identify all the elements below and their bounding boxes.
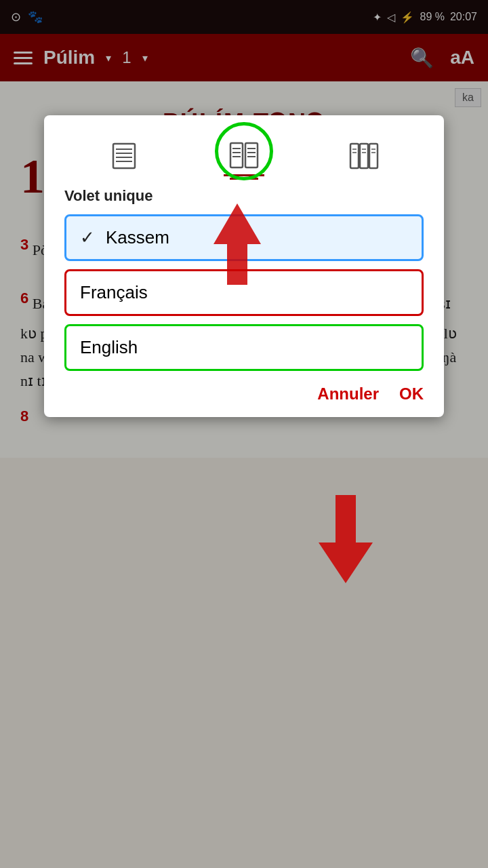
svg-rect-5 [230, 143, 243, 167]
svg-rect-9 [245, 143, 258, 167]
checkmark-icon: ✓ [80, 227, 95, 248]
view-modes-row [64, 136, 424, 176]
svg-rect-19 [369, 144, 378, 168]
view-split-pane[interactable] [224, 136, 264, 176]
svg-rect-0 [113, 144, 135, 168]
language-francais-label: Français [80, 282, 148, 303]
language-english-label: English [80, 337, 138, 358]
svg-rect-13 [350, 144, 359, 168]
language-option-kassem[interactable]: ✓ Kassem [64, 214, 424, 261]
view-parallel[interactable] [344, 136, 384, 176]
dialog-buttons: Annuler OK [64, 384, 424, 403]
language-kassem-label: Kassem [106, 227, 169, 248]
language-option-english[interactable]: English [64, 324, 424, 371]
view-single-pane[interactable] [104, 136, 144, 176]
cancel-button[interactable]: Annuler [317, 384, 379, 403]
language-dialog: Volet unique ✓ Kassem Français English A… [44, 115, 444, 417]
section-label: Volet unique [64, 187, 424, 205]
language-option-francais[interactable]: Français [64, 269, 424, 316]
ok-button[interactable]: OK [399, 384, 424, 403]
svg-rect-16 [360, 144, 368, 168]
